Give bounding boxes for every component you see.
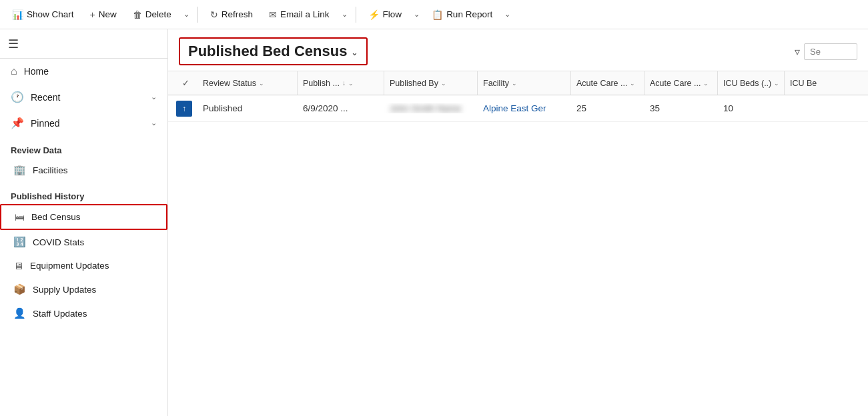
sidebar-item-staff-updates[interactable]: 👤 Staff Updates: [0, 301, 167, 325]
acute2-filter-icon: ⌄: [703, 80, 709, 87]
search-input[interactable]: [804, 43, 857, 60]
bed-census-label: Bed Census: [31, 212, 81, 222]
review-filter-icon: ⌄: [259, 80, 264, 87]
cell-facility[interactable]: Alpine East Ger: [478, 103, 571, 113]
published-history-section: Published History: [0, 182, 167, 204]
equipment-updates-label: Equipment Updates: [30, 261, 109, 271]
facilities-icon: 🏢: [13, 164, 26, 176]
sidebar: ☰ ⌂ Home 🕐 Recent ⌄ 📌 Pinned ⌄ Review Da…: [0, 29, 168, 416]
main-area: ☰ ⌂ Home 🕐 Recent ⌄ 📌 Pinned ⌄ Review Da…: [0, 29, 868, 416]
bed-census-icon: 🛏: [15, 211, 25, 223]
home-label: Home: [24, 66, 49, 77]
recent-chevron: ⌄: [151, 93, 157, 101]
delete-button[interactable]: 🗑 Delete: [126, 6, 178, 23]
sidebar-item-equipment-updates[interactable]: 🖥 Equipment Updates: [0, 254, 167, 277]
facilities-label: Facilities: [33, 165, 68, 175]
filter-icon[interactable]: ▿: [795, 45, 800, 58]
refresh-button[interactable]: ↻ Refresh: [203, 6, 260, 23]
publish-filter-icon: ⌄: [348, 80, 354, 87]
col-header-icu1[interactable]: ICU Beds (..) ⌄: [718, 71, 785, 95]
staff-updates-label: Staff Updates: [33, 309, 87, 319]
plus-icon: +: [90, 9, 95, 20]
sidebar-item-recent[interactable]: 🕐 Recent ⌄: [0, 84, 167, 110]
recent-icon: 🕐: [11, 91, 24, 103]
row-checkbox[interactable]: ↑: [173, 101, 197, 117]
acute1-filter-icon: ⌄: [630, 80, 635, 87]
sidebar-item-supply-updates[interactable]: 📦 Supply Updates: [0, 277, 167, 301]
content-area: Published Bed Census ⌄ ▿ ✓ Review Status…: [168, 29, 868, 416]
publish-sort-icon: ↓: [342, 79, 346, 87]
col-header-publish[interactable]: Publish ... ↓ ⌄: [298, 71, 384, 95]
pinned-label: Pinned: [31, 118, 60, 129]
report-dropdown[interactable]: ⌄: [502, 7, 513, 22]
check-mark-icon: ✓: [182, 78, 189, 88]
cell-acute2: 35: [644, 103, 718, 113]
cell-icu1: 10: [718, 103, 785, 113]
col-check-header: ✓: [173, 78, 197, 88]
sidebar-top: ☰: [0, 29, 167, 59]
cell-published-by: John Smith Name: [384, 103, 478, 113]
icu1-filter-icon: ⌄: [774, 80, 779, 87]
supply-icon: 📦: [13, 283, 26, 295]
sidebar-item-facilities[interactable]: 🏢 Facilities: [0, 158, 167, 182]
supply-updates-label: Supply Updates: [33, 285, 96, 295]
refresh-icon: ↻: [210, 9, 218, 20]
column-headers: ✓ Review Status ⌄ Publish ... ↓ ⌄ Publis…: [168, 71, 868, 95]
view-title: Published Bed Census: [188, 43, 347, 60]
email-link-button[interactable]: ✉ Email a Link: [262, 6, 336, 23]
hamburger-icon[interactable]: ☰: [8, 37, 19, 51]
upload-icon: ↑: [176, 101, 192, 117]
cell-review-status: Published: [197, 103, 298, 113]
equipment-icon: 🖥: [13, 260, 23, 271]
view-header: Published Bed Census ⌄ ▿: [168, 29, 868, 71]
col-header-facility[interactable]: Facility ⌄: [478, 71, 571, 95]
flow-button[interactable]: ⚡ Flow: [362, 6, 409, 23]
flow-dropdown[interactable]: ⌄: [411, 7, 422, 22]
sidebar-item-pinned[interactable]: 📌 Pinned ⌄: [0, 110, 167, 136]
col-header-icu2[interactable]: ICU Be: [785, 71, 863, 95]
view-title-box[interactable]: Published Bed Census ⌄: [179, 37, 368, 65]
facility-filter-icon: ⌄: [512, 80, 517, 87]
delete-icon: 🗑: [133, 9, 142, 20]
published-by-filter-icon: ⌄: [441, 80, 446, 87]
sidebar-item-home[interactable]: ⌂ Home: [0, 59, 167, 84]
toolbar: 📊 Show Chart + New 🗑 Delete ⌄ ↻ Refresh …: [0, 0, 868, 29]
cell-publish-date: 6/9/2020 ...: [298, 103, 384, 113]
run-report-button[interactable]: 📋 Run Report: [425, 6, 499, 23]
col-header-review-status[interactable]: Review Status ⌄: [197, 71, 298, 95]
delete-dropdown[interactable]: ⌄: [181, 7, 192, 22]
show-chart-button[interactable]: 📊 Show Chart: [5, 6, 81, 23]
home-icon: ⌂: [11, 65, 17, 77]
col-header-acute1[interactable]: Acute Care ... ⌄: [571, 71, 644, 95]
new-button[interactable]: + New: [83, 6, 123, 23]
sidebar-item-bed-census[interactable]: 🛏 Bed Census: [0, 204, 167, 230]
flow-icon: ⚡: [368, 9, 380, 20]
email-dropdown[interactable]: ⌄: [339, 7, 350, 22]
published-by-value: John Smith Name: [390, 103, 461, 113]
view-title-chevron: ⌄: [351, 47, 358, 57]
report-icon: 📋: [432, 9, 443, 20]
table-row[interactable]: ↑ Published 6/9/2020 ... John Smith Name…: [168, 95, 868, 122]
pinned-icon: 📌: [11, 117, 24, 129]
separator-2: [356, 7, 356, 23]
pinned-chevron: ⌄: [151, 119, 157, 127]
email-icon: ✉: [269, 9, 277, 20]
covid-stats-label: COVID Stats: [33, 237, 84, 247]
col-header-acute2[interactable]: Acute Care ... ⌄: [644, 71, 718, 95]
recent-label: Recent: [31, 92, 60, 103]
sidebar-item-covid-stats[interactable]: 🔢 COVID Stats: [0, 230, 167, 254]
cell-acute1: 25: [571, 103, 644, 113]
review-data-section: Review Data: [0, 136, 167, 158]
col-header-published-by[interactable]: Published By ⌄: [384, 71, 478, 95]
separator-1: [197, 7, 198, 23]
show-chart-icon: 📊: [12, 9, 23, 20]
staff-icon: 👤: [13, 307, 26, 319]
covid-icon: 🔢: [13, 236, 26, 248]
